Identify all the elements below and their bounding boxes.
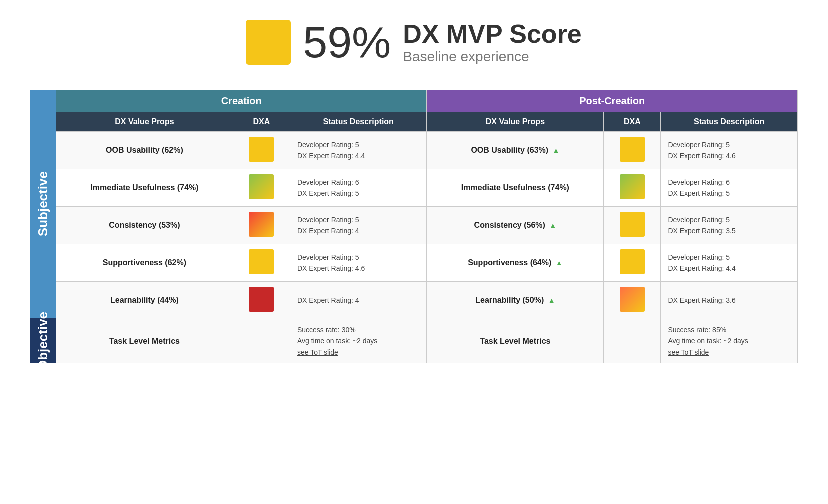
- arrow-up-icon: ▲: [553, 146, 560, 154]
- post-status: Developer Rating: 5DX Expert Rating: 3.5: [661, 207, 798, 244]
- creation-value-prop: Learnability (44%): [56, 282, 234, 320]
- creation-dxa: [233, 132, 290, 170]
- table-row: Supportiveness (62%)Developer Rating: 5D…: [56, 244, 798, 282]
- arrow-up-icon: ▲: [550, 222, 556, 230]
- creation-status: Developer Rating: 6DX Expert Rating: 5: [290, 170, 427, 207]
- score-header: 59% DX MVP Score Baseline experience: [246, 20, 582, 65]
- creation-dxa: [233, 282, 290, 320]
- score-color-box: [246, 20, 291, 65]
- creation-value-prop: Consistency (53%): [56, 207, 234, 244]
- column-header-row: DX Value Props DXA Status Description DX…: [56, 112, 798, 132]
- arrow-up-icon: ▲: [548, 296, 556, 304]
- main-table-wrapper: Subjective Objective Creation Post-Creat…: [30, 90, 798, 364]
- creation-value-prop: Supportiveness (62%): [56, 244, 234, 282]
- post-dxa: [604, 244, 661, 282]
- creation-status: Developer Rating: 5DX Expert Rating: 4.6: [290, 244, 427, 282]
- creation-status: Developer Rating: 5DX Expert Rating: 4: [290, 207, 427, 244]
- creation-status: Developer Rating: 5DX Expert Rating: 4.4: [290, 132, 427, 170]
- col-post-dxa: DXA: [604, 112, 661, 132]
- post-dxa: [604, 170, 661, 207]
- post-value-prop: Consistency (56%) ▲: [427, 207, 604, 244]
- col-post-dx-value-props: DX Value Props: [427, 112, 604, 132]
- side-labels: Subjective Objective: [30, 90, 56, 364]
- table-row: OOB Usability (62%)Developer Rating: 5DX…: [56, 132, 798, 170]
- post-dxa: [604, 282, 661, 320]
- objective-label: Objective: [30, 318, 56, 364]
- post-value-prop: OOB Usability (63%) ▲: [427, 132, 604, 170]
- creation-dxa: [233, 170, 290, 207]
- col-creation-dxa: DXA: [233, 112, 290, 132]
- objective-row: Task Level MetricsSuccess rate: 30%Avg t…: [56, 320, 798, 364]
- creation-dxa: [233, 207, 290, 244]
- tot-link-post[interactable]: see ToT slide: [668, 348, 709, 356]
- creation-value-prop: Immediate Usefulness (74%): [56, 170, 234, 207]
- post-status: Developer Rating: 5DX Expert Rating: 4.4: [661, 244, 798, 282]
- table-row: Consistency (53%)Developer Rating: 5DX E…: [56, 207, 798, 244]
- subjective-label: Subjective: [30, 90, 56, 318]
- score-subtitle: Baseline experience: [403, 49, 582, 65]
- obj-post-dxa-empty: [604, 320, 661, 364]
- postcreation-section-header: Post-Creation: [427, 90, 798, 112]
- post-status: Developer Rating: 5DX Expert Rating: 4.6: [661, 132, 798, 170]
- score-title: DX MVP Score: [403, 20, 582, 48]
- table-row: Immediate Usefulness (74%)Developer Rati…: [56, 170, 798, 207]
- col-creation-dx-value-props: DX Value Props: [56, 112, 234, 132]
- post-value-prop: Immediate Usefulness (74%): [427, 170, 604, 207]
- post-value-prop: Learnability (50%) ▲: [427, 282, 604, 320]
- table-row: Learnability (44%)DX Expert Rating: 4Lea…: [56, 282, 798, 320]
- data-table: Creation Post-Creation DX Value Props DX…: [56, 90, 798, 364]
- score-text-block: DX MVP Score Baseline experience: [403, 20, 582, 64]
- obj-post-status: Success rate: 85%Avg time on task: ~2 da…: [661, 320, 798, 364]
- post-dxa: [604, 132, 661, 170]
- creation-value-prop: OOB Usability (62%): [56, 132, 234, 170]
- col-post-status: Status Description: [661, 112, 798, 132]
- creation-dxa: [233, 244, 290, 282]
- obj-creation-dxa-empty: [233, 320, 290, 364]
- post-value-prop: Supportiveness (64%) ▲: [427, 244, 604, 282]
- section-header-row: Creation Post-Creation: [56, 90, 798, 112]
- tot-link-creation[interactable]: see ToT slide: [298, 348, 338, 356]
- post-status: DX Expert Rating: 3.6: [661, 282, 798, 320]
- post-status: Developer Rating: 6DX Expert Rating: 5: [661, 170, 798, 207]
- score-number: 59%: [303, 20, 391, 64]
- obj-post-value-prop: Task Level Metrics: [427, 320, 604, 364]
- col-creation-status: Status Description: [290, 112, 427, 132]
- creation-status: DX Expert Rating: 4: [290, 282, 427, 320]
- post-dxa: [604, 207, 661, 244]
- obj-creation-value-prop: Task Level Metrics: [56, 320, 234, 364]
- obj-creation-status: Success rate: 30%Avg time on task: ~2 da…: [290, 320, 427, 364]
- arrow-up-icon: ▲: [556, 259, 563, 267]
- creation-section-header: Creation: [56, 90, 427, 112]
